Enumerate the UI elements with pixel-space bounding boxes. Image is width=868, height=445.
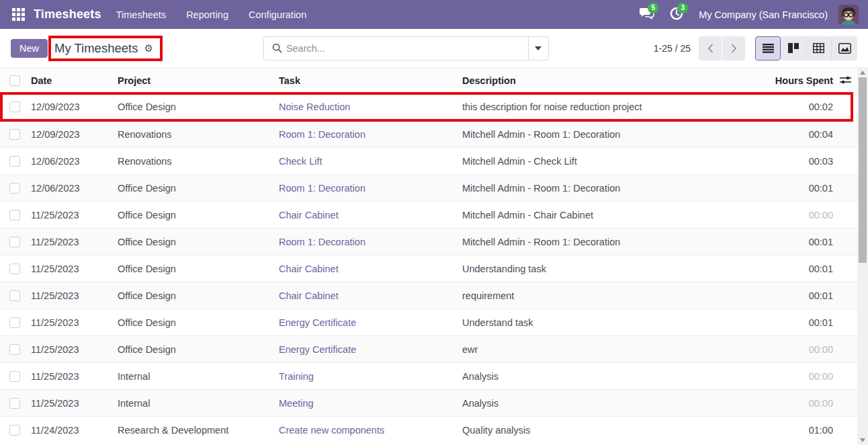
menu-item-reporting[interactable]: Reporting [186,9,228,20]
column-header-project[interactable]: Project [118,75,279,86]
row-checkbox[interactable] [9,264,20,274]
search-input[interactable] [286,43,528,54]
select-all-checkbox[interactable] [9,75,20,86]
table-row[interactable]: 12/09/2023 Office Design Noise Reduction… [0,93,857,120]
company-switcher[interactable]: My Company (San Francisco) [699,9,828,20]
task-link[interactable]: Chair Cabinet [279,210,339,220]
view-pivot-button[interactable] [806,36,832,60]
scroll-down-arrow-icon[interactable] [857,436,868,445]
row-checkbox[interactable] [9,398,20,409]
task-link[interactable]: Room 1: Decoration [279,237,365,247]
row-checkbox[interactable] [9,129,20,140]
table-header: Date Project Task Description Hours Spen… [0,68,857,93]
gear-icon[interactable]: ⚙ [144,42,153,54]
row-checkbox[interactable] [9,237,20,247]
cell-project: Renovations [118,156,279,167]
task-link[interactable]: Chair Cabinet [279,264,339,274]
table-row[interactable]: 12/06/2023 Renovations Check Lift Mitche… [0,147,857,174]
column-header-date[interactable]: Date [31,75,118,86]
table-row[interactable]: 11/25/2023 Internal Training Analysis 00… [0,362,857,389]
pager-range: 1-25 / 25 [654,43,691,54]
messages-button[interactable]: 5 [636,5,658,25]
column-header-task[interactable]: Task [279,75,462,86]
cell-task: Chair Cabinet [279,210,462,220]
apps-grid-icon[interactable] [9,6,27,24]
task-link[interactable]: Training [279,371,314,382]
cell-date: 11/25/2023 [31,344,118,355]
row-checkbox[interactable] [9,371,20,382]
search-dropdown-toggle[interactable] [528,37,548,60]
row-checkbox[interactable] [9,183,20,194]
task-link[interactable]: Room 1: Decoration [279,183,365,194]
task-link[interactable]: Energy Certificate [279,317,356,328]
menu-item-configuration[interactable]: Configuration [249,9,306,20]
new-button[interactable]: New [11,39,48,58]
view-list-button[interactable] [755,36,781,60]
task-link[interactable]: Noise Reduction [279,102,350,112]
row-checkbox[interactable] [9,210,20,220]
table-row[interactable]: 11/25/2023 Office Design Chair Cabinet r… [0,282,857,309]
row-checkbox[interactable] [9,102,20,112]
task-link[interactable]: Chair Cabinet [279,290,339,301]
cell-description: Mitchell Admin - Room 1: Decoration [462,237,759,247]
cell-task: Create new components [279,425,462,436]
annotation-box-breadcrumb: My Timesheets ⚙ [48,36,163,61]
pager-next-button[interactable] [722,36,745,60]
table-row[interactable]: 11/25/2023 Office Design Room 1: Decorat… [0,228,857,255]
cell-date: 12/09/2023 [31,129,118,140]
cell-description: Understand task [462,317,759,328]
table-row[interactable]: 12/06/2023 Office Design Room 1: Decorat… [0,174,857,201]
activities-badge: 3 [677,3,688,13]
row-checkbox[interactable] [9,344,20,355]
cell-project: Office Design [118,344,279,355]
cell-hours-spent: 00:01 [759,290,833,301]
task-link[interactable]: Meeting [279,398,314,409]
cell-project: Office Design [118,264,279,274]
row-checkbox[interactable] [9,425,20,436]
column-header-hours-spent[interactable]: Hours Spent [759,75,833,86]
cell-task: Room 1: Decoration [279,129,462,140]
view-graph-button[interactable] [832,36,857,60]
column-header-description[interactable]: Description [462,75,759,86]
cell-date: 11/25/2023 [31,371,118,382]
table-row[interactable]: 11/25/2023 Office Design Energy Certific… [0,309,857,335]
row-checkbox[interactable] [9,317,20,328]
cell-description: Quality analysis [462,425,759,436]
column-options-icon[interactable] [840,75,851,86]
app-brand[interactable]: Timesheets [34,7,101,22]
table-row[interactable]: 11/25/2023 Internal Meeting Analysis 00:… [0,389,857,416]
view-switcher [755,36,857,60]
cell-task: Energy Certificate [279,317,462,328]
cell-project: Research & Development [118,425,279,436]
cell-hours-spent: 01:00 [759,425,833,436]
table-row[interactable]: 11/24/2023 Research & Development Create… [0,416,857,443]
scroll-up-arrow-icon[interactable] [857,68,868,77]
task-link[interactable]: Check Lift [279,156,322,167]
task-link[interactable]: Create new components [279,425,384,436]
row-checkbox[interactable] [9,290,20,301]
cell-description: Analysis [462,398,759,409]
row-checkbox[interactable] [9,156,20,167]
task-link[interactable]: Energy Certificate [279,344,356,355]
cell-description: Mitchell Admin - Room 1: Decoration [462,183,759,194]
view-kanban-button[interactable] [781,36,806,60]
activities-button[interactable]: 3 [665,5,688,25]
cell-project: Office Design [118,102,279,112]
pager-previous-button[interactable] [699,36,722,60]
table-row[interactable]: 11/25/2023 Office Design Chair Cabinet M… [0,201,857,228]
vertical-scrollbar[interactable] [857,68,868,445]
cell-project: Internal [118,398,279,409]
cell-hours-spent: 00:01 [759,317,833,328]
cell-hours-spent: 00:01 [759,237,833,247]
task-link[interactable]: Room 1: Decoration [279,129,365,140]
cell-description: Understanding task [462,264,759,274]
cell-date: 11/25/2023 [31,237,118,247]
user-avatar[interactable] [838,5,859,25]
scrollbar-thumb[interactable] [859,77,867,263]
cell-hours-spent: 00:00 [759,344,833,355]
menu-item-timesheets[interactable]: Timesheets [116,9,166,20]
table-row[interactable]: 11/25/2023 Office Design Chair Cabinet U… [0,255,857,282]
table-row[interactable]: 11/25/2023 Office Design Energy Certific… [0,335,857,362]
table-row[interactable]: 12/09/2023 Renovations Room 1: Decoratio… [0,120,857,147]
cell-description: Mitchell Admin - Room 1: Decoration [462,129,759,140]
